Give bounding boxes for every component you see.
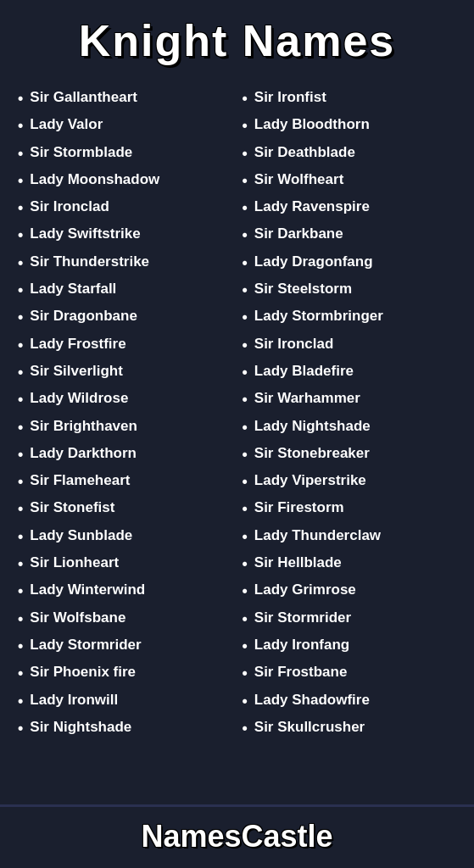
list-item: •Lady Wildrose — [13, 386, 237, 413]
page-header: Knight Names — [0, 0, 474, 76]
list-item: •Sir Ironclad — [237, 331, 462, 359]
name-text: Sir Ironfist — [254, 88, 326, 108]
name-text: Sir Thunderstrike — [30, 253, 149, 272]
name-text: Sir Ironclad — [30, 198, 109, 217]
bullet-icon: • — [243, 718, 248, 738]
bullet-icon: • — [243, 526, 248, 547]
list-item: •Sir Wolfheart — [237, 167, 462, 194]
list-item: •Lady Grimrose — [237, 577, 462, 604]
bullet-icon: • — [18, 636, 23, 656]
list-item: •Sir Brighthaven — [13, 414, 237, 441]
name-text: Lady Thunderclaw — [254, 526, 381, 546]
name-text: Lady Winterwind — [30, 581, 145, 600]
name-text: Sir Gallantheart — [30, 88, 137, 108]
name-text: Lady Grimrose — [254, 581, 356, 600]
name-text: Lady Sunblade — [30, 526, 132, 546]
name-text: Lady Stormrider — [30, 636, 141, 655]
bullet-icon: • — [18, 225, 23, 245]
list-item: •Lady Stormrider — [13, 632, 237, 659]
name-text: Sir Silverlight — [30, 362, 123, 381]
name-text: Sir Ironclad — [254, 335, 334, 354]
footer-brand: NamesCastle — [141, 819, 332, 854]
name-text: Sir Darkbane — [254, 225, 343, 244]
list-item: •Sir Stormrider — [237, 605, 462, 632]
name-text: Lady Wildrose — [30, 389, 128, 409]
bullet-icon: • — [18, 198, 23, 218]
bullet-icon: • — [243, 444, 248, 465]
list-item: •Lady Ravenspire — [237, 194, 462, 221]
list-item: •Lady Ironfang — [237, 632, 462, 659]
bullet-icon: • — [18, 362, 23, 382]
bullet-icon: • — [243, 253, 248, 273]
bullet-icon: • — [18, 389, 23, 409]
bullet-icon: • — [243, 417, 248, 437]
name-text: Lady Stormbringer — [254, 307, 383, 326]
name-text: Lady Darkthorn — [30, 444, 137, 464]
list-item: •Lady Dragonfang — [237, 249, 462, 276]
bullet-icon: • — [243, 471, 248, 492]
bullet-icon: • — [18, 471, 23, 492]
name-text: Sir Frostbane — [254, 663, 348, 682]
bullet-icon: • — [243, 663, 248, 683]
list-item: •Lady Shadowfire — [237, 687, 462, 715]
bullet-icon: • — [243, 335, 248, 355]
list-item: •Sir Stormblade — [13, 140, 237, 167]
name-text: Lady Viperstrike — [254, 471, 366, 491]
list-item: •Sir Stonefist — [13, 495, 237, 522]
bullet-icon: • — [18, 498, 23, 519]
bullet-icon: • — [18, 115, 23, 136]
name-text: Sir Stormrider — [254, 609, 351, 628]
name-text: Sir Nightshade — [30, 718, 131, 737]
bullet-icon: • — [18, 280, 23, 300]
name-text: Sir Hellblade — [254, 554, 342, 573]
list-item: •Lady Bloodthorn — [237, 112, 462, 139]
name-text: Lady Bloodthorn — [254, 115, 370, 135]
list-item: •Sir Frostbane — [237, 659, 462, 687]
list-item: •Sir Darkbane — [237, 221, 462, 248]
name-text: Lady Starfall — [30, 280, 116, 299]
list-item: •Lady Frostfire — [13, 331, 237, 359]
bullet-icon: • — [18, 417, 23, 437]
bullet-icon: • — [243, 225, 248, 245]
bullet-icon: • — [243, 389, 248, 409]
name-text: Lady Swiftstrike — [30, 225, 140, 244]
list-item: •Lady Valor — [13, 112, 237, 139]
name-text: Sir Lionheart — [30, 554, 119, 573]
bullet-icon: • — [18, 143, 23, 164]
name-text: Sir Stonebreaker — [254, 444, 370, 464]
list-item: •Sir Deathblade — [237, 140, 462, 167]
name-text: Sir Deathblade — [254, 143, 355, 163]
bullet-icon: • — [18, 526, 23, 547]
name-text: Sir Brighthaven — [30, 417, 137, 437]
name-text: Sir Phoenix fire — [30, 663, 136, 682]
name-text: Lady Ravenspire — [254, 198, 370, 217]
bullet-icon: • — [18, 88, 23, 108]
list-item: •Lady Sunblade — [13, 523, 237, 550]
page-title: Knight Names — [17, 15, 457, 66]
name-text: Sir Steelstorm — [254, 280, 352, 299]
bullet-icon: • — [243, 115, 248, 136]
bullet-icon: • — [243, 362, 248, 382]
list-item: •Sir Steelstorm — [237, 276, 462, 303]
bullet-icon: • — [243, 609, 248, 629]
bullet-icon: • — [18, 691, 23, 711]
list-item: •Lady Viperstrike — [237, 468, 462, 495]
list-item: •Sir Ironfist — [237, 85, 462, 112]
bullet-icon: • — [18, 170, 23, 191]
list-item: •Lady Nightshade — [237, 414, 462, 441]
list-item: •Sir Hellblade — [237, 550, 462, 577]
list-item: •Sir Ironclad — [13, 194, 237, 221]
list-item: •Lady Starfall — [13, 276, 237, 303]
bullet-icon: • — [18, 663, 23, 683]
bullet-icon: • — [243, 307, 248, 327]
list-item: •Lady Darkthorn — [13, 441, 237, 468]
bullet-icon: • — [243, 691, 248, 711]
name-text: Sir Wolfheart — [254, 170, 343, 190]
name-text: Lady Bladefire — [254, 362, 354, 381]
name-text: Sir Stonefist — [30, 498, 114, 518]
bullet-icon: • — [243, 554, 248, 574]
list-item: •Sir Warhammer — [237, 386, 462, 413]
bullet-icon: • — [243, 198, 248, 218]
list-item: •Lady Bladefire — [237, 359, 462, 386]
name-text: Sir Stormblade — [30, 143, 132, 163]
